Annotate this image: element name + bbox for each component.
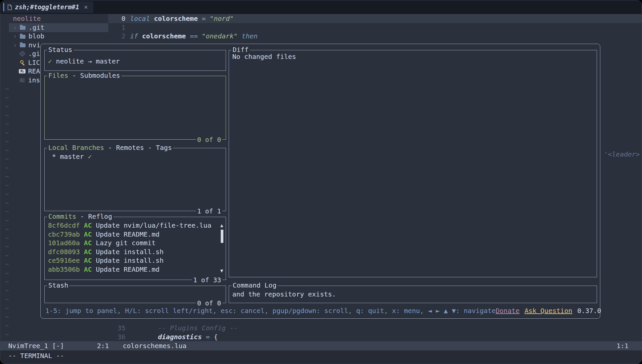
code-token: colorscheme [142, 32, 190, 41]
code-token: "onedark" [202, 32, 242, 41]
tilde: ~ [5, 163, 9, 172]
line-number: 36 [108, 333, 130, 341]
code-token: local [130, 14, 154, 23]
donate-link[interactable]: Donate [496, 306, 520, 315]
tree-item-label: ins [28, 76, 40, 85]
tab-close-icon[interactable]: × [84, 3, 88, 12]
diff-content: No changed files [229, 50, 597, 277]
tilde: ~ [5, 242, 9, 251]
mode-indicator: -- TERMINAL -- [8, 351, 64, 360]
statusline-cursor-left: 2:1 [97, 341, 109, 350]
tilde: ~ [5, 216, 9, 225]
tilde: ~ [5, 119, 9, 128]
tilde: ~ [5, 155, 9, 163]
terminal-screenshot: zsh;#toggleterm#1 × neolite›.git›blob›nv… [0, 0, 642, 364]
stash-panel[interactable]: Stash 0 of 0 [44, 286, 226, 303]
terminal-prompt-icon: ›_ [20, 78, 25, 82]
line-number: 0 [108, 14, 130, 23]
branches-count: 1 of 1 [196, 207, 222, 216]
status-panel[interactable]: Status ✓ neolite → master [44, 50, 226, 71]
ask-question-link[interactable]: Ask Question [525, 306, 573, 315]
files-panel[interactable]: Files - Submodules 0 of 0 [44, 76, 226, 140]
commit-row[interactable]: abb3506b AC Update README.md [48, 265, 222, 274]
git-diamond-icon [19, 51, 25, 57]
tilde: ~ [5, 304, 9, 313]
file-icon [7, 4, 12, 10]
shell-icon: ›_ [19, 78, 25, 82]
commit-row[interactable]: dfc08093 AC Update install.sh [48, 248, 222, 256]
tab-title: zsh;#toggleterm#1 [15, 3, 79, 12]
commit-message: Lazy git commit [96, 239, 156, 247]
statusline-buffer-name: NvimTree_1 [-] [8, 341, 64, 350]
git-icon [19, 52, 25, 56]
scrollbar-thumb[interactable] [221, 230, 223, 243]
files-count: 0 of 0 [196, 135, 222, 144]
code-token: = [202, 14, 210, 23]
files-panel-title: Files - Submodules [47, 71, 121, 80]
tree-item-label: blob [28, 32, 44, 41]
tilde: ~ [5, 295, 9, 304]
stash-panel-title: Stash [47, 281, 69, 290]
tree-item-label: LIC [28, 58, 40, 67]
editor-line-35: 35 -- Plugins Config -- [108, 324, 642, 333]
line-number: 35 [108, 324, 130, 333]
command-log-panel[interactable]: Command Log and the repository exists. [229, 286, 597, 303]
statusline-cursor-right: 1:1 [617, 341, 628, 350]
scroll-up-icon[interactable]: ▲ [219, 221, 224, 230]
lazygit-version: 0.37.0 [577, 306, 601, 315]
commits-panel[interactable]: Commits - Reflog 8cf6dcdf AC Update nvim… [44, 217, 226, 280]
commit-list: 8cf6dcdf AC Update nvim/lua/file-tree.lu… [45, 217, 226, 280]
tilde: ~ [5, 137, 9, 146]
chevron-right-icon: › [13, 23, 18, 32]
keybindings-hint: 1-5: jump to panel, H/L: scroll left/rig… [45, 306, 496, 315]
command-log-content: and the repository exists. [229, 286, 597, 303]
editor-line-2: 2if colorscheme == "onedark" then [108, 32, 642, 41]
commit-row[interactable]: cbc739ab AC Update README.md [48, 230, 222, 239]
check-icon: ✓ [88, 153, 92, 160]
editor-leader-fragment: '<leader> [604, 150, 640, 159]
chevron-right-icon: › [13, 32, 18, 41]
commit-author: AC [84, 239, 96, 247]
status-content: ✓ neolite → master [45, 50, 226, 70]
code-token: then [242, 32, 257, 41]
branches-panel[interactable]: Local Branches - Remotes - Tags * master… [44, 148, 226, 211]
license-icon [19, 60, 25, 65]
tree-item-git[interactable]: ›.git [0, 23, 108, 32]
commit-row[interactable]: 8cf6dcdf AC Update nvim/lua/file-tree.lu… [48, 221, 222, 230]
tree-item-neolite[interactable]: neolite [0, 14, 108, 23]
commits-scrollbar[interactable]: ▲ ▼ [219, 221, 224, 275]
commit-message: Update README.md [96, 265, 160, 273]
tree-item-label: .gi [28, 49, 40, 58]
line-number: 1 [108, 23, 130, 32]
commit-hash: 8cf6dcdf [48, 221, 84, 229]
branch-row[interactable]: * master ✓ [45, 148, 226, 211]
tree-item-blob[interactable]: ›blob [0, 32, 108, 41]
tilde: ~ [5, 128, 9, 137]
commit-row[interactable]: 101ad60a AC Lazy git commit [48, 239, 222, 248]
tilde: ~ [5, 269, 9, 278]
tilde: ~ [5, 146, 9, 155]
commit-author: AC [84, 256, 96, 264]
commit-hash: ce5916ee [48, 256, 84, 264]
commit-row[interactable]: ce5916ee AC Update install.sh [48, 256, 222, 265]
commit-author: AC [84, 230, 96, 238]
code-token: { [214, 333, 218, 341]
tree-item-label: .git [28, 23, 44, 32]
commit-hash: dfc08093 [48, 248, 84, 256]
tree-item-label: REA [28, 67, 40, 76]
lazygit-keybar: 1-5: jump to panel, H/L: scroll left/rig… [45, 306, 595, 315]
markdown-badge-icon: M↓ [19, 69, 25, 73]
tilde: ~ [5, 111, 9, 120]
diff-panel[interactable]: Diff No changed files [229, 50, 597, 277]
tilde: ~ [5, 181, 9, 190]
editor-line-0: 0local colorscheme = "nord" [108, 14, 642, 23]
tilde: ~ [5, 312, 9, 321]
folder-icon [20, 35, 25, 39]
tilde: ~ [5, 190, 9, 199]
commit-author: AC [84, 221, 96, 229]
line-number: 2 [108, 32, 130, 41]
tab-zsh-toggleterm[interactable]: zsh;#toggleterm#1 × [3, 1, 93, 13]
tilde: ~ [5, 321, 9, 330]
code-token: "nord" [210, 14, 234, 23]
scroll-down-icon[interactable]: ▼ [219, 266, 224, 275]
